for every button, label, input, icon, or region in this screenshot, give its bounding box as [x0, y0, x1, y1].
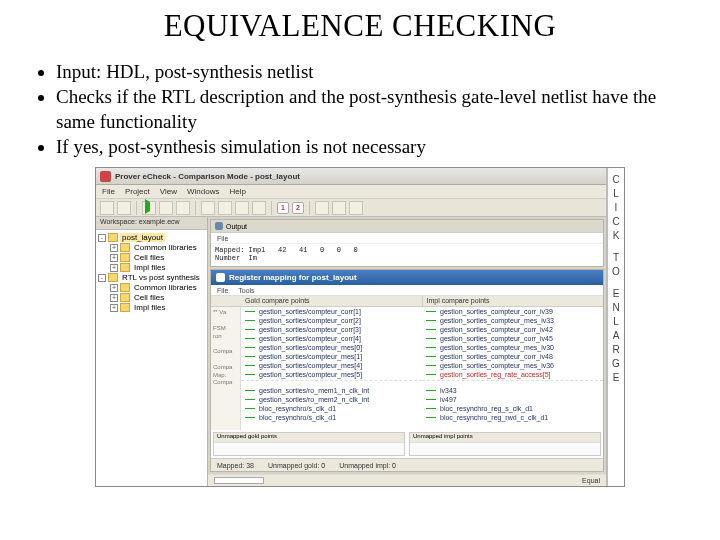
tree-label: Common libraries [132, 283, 199, 292]
toolbar-badge-2[interactable]: 2 [292, 202, 304, 214]
column-gold[interactable]: Gold compare points [241, 296, 423, 306]
row-text: bloc_resynchro/s_clk_d1 [259, 405, 336, 412]
tree-item[interactable]: +Impl files [98, 263, 205, 273]
expand-icon[interactable]: + [110, 294, 118, 302]
expand-icon[interactable]: + [110, 284, 118, 292]
workspace-sidebar: Workspace: example.ecw -post_layout +Com… [96, 217, 208, 486]
mapping-row[interactable]: gestion_sorties/compteur_corr[1] [241, 307, 422, 316]
mapping-row[interactable]: iv497 [422, 395, 603, 404]
match-indicator-icon [245, 390, 255, 391]
mapping-row[interactable]: gestion_sorties_compteur_corr_iv45 [422, 334, 603, 343]
tree-item[interactable]: +Cell files [98, 293, 205, 303]
toolbar-save-icon[interactable] [117, 201, 131, 215]
expand-icon[interactable]: + [110, 304, 118, 312]
menu-view[interactable]: View [160, 187, 177, 196]
register-menu-tools[interactable]: Tools [238, 287, 254, 294]
register-menu-file[interactable]: File [217, 287, 228, 294]
status-unmapped-impl: Unmapped impl: 0 [339, 462, 396, 469]
toolbar-pause-icon[interactable] [159, 201, 173, 215]
expand-icon[interactable]: + [110, 264, 118, 272]
toolbar-open-icon[interactable] [100, 201, 114, 215]
status-unmapped-gold: Unmapped gold: 0 [268, 462, 325, 469]
expand-icon[interactable]: + [110, 244, 118, 252]
tree-item[interactable]: +Cell files [98, 253, 205, 263]
match-indicator-icon [245, 417, 255, 418]
mapping-row[interactable]: gestion_sorties/ro_mem1_n_clk_int [241, 386, 422, 395]
row-text: gestion_sorties/compteur_mes[1] [259, 353, 362, 360]
tree-root[interactable]: -post_layout [98, 233, 205, 243]
row-text: gestion_sorties/compteur_corr[3] [259, 326, 361, 333]
mapping-row[interactable]: gestion_sorties/compteur_corr[4] [241, 334, 422, 343]
match-indicator-icon [426, 311, 436, 312]
tree-item[interactable]: +Impl files [98, 303, 205, 313]
tree-item[interactable]: +Common libraries [98, 243, 205, 253]
mapping-row[interactable]: bloc_resynchro/s_clk_d1 [241, 404, 422, 413]
toolbar-separator [271, 201, 272, 215]
toolbar-step2-icon[interactable] [218, 201, 232, 215]
mapping-row[interactable]: gestion_sorties/compteur_mes[1] [241, 352, 422, 361]
mapping-row[interactable]: gestion_sorties/compteur_mes[4] [241, 361, 422, 370]
mapping-row[interactable]: gestion_sorties/compteur_mes[0] [241, 343, 422, 352]
row-text: iv497 [440, 396, 457, 403]
bullet-item: Input: HDL, post-synthesis netlist [56, 60, 690, 84]
mapping-row[interactable]: gestion_sorties/ro_mem2_n_clk_int [241, 395, 422, 404]
match-indicator-icon [426, 374, 436, 375]
tree-item[interactable]: +Common libraries [98, 283, 205, 293]
click-to-enlarge-label[interactable]: CLICKTOENLARGE [606, 168, 624, 486]
toolbar-badge-1[interactable]: 1 [277, 202, 289, 214]
toolbar-step3-icon[interactable] [235, 201, 249, 215]
tree-label: Impl files [132, 263, 168, 272]
toolbar-view2-icon[interactable] [332, 201, 346, 215]
status-equal: Equal [582, 477, 600, 484]
mapping-row[interactable]: gestion_sorties_compteur_mes_iv36 [422, 361, 603, 370]
output-line: Number Im [215, 254, 599, 262]
toolbar-step1-icon[interactable] [201, 201, 215, 215]
enlarge-letter: R [612, 344, 619, 356]
toolbar-view3-icon[interactable] [349, 201, 363, 215]
toolbar-run-button[interactable] [142, 201, 156, 215]
expand-icon[interactable]: + [110, 254, 118, 262]
mapping-row[interactable]: gestion_sorties/compteur_corr[2] [241, 316, 422, 325]
output-panel: Output File Mapped: Impl 42 41 0 0 0 Num… [210, 219, 604, 267]
output-icon [215, 222, 223, 230]
mapping-row[interactable]: gestion_sorties_compteur_corr_iv42 [422, 325, 603, 334]
mapping-row[interactable]: gestion_sorties_compteur_corr_iv39 [422, 307, 603, 316]
tree-label: Cell files [132, 293, 166, 302]
register-title: Register mapping for post_layout [229, 273, 357, 282]
enlarge-letter: L [613, 188, 619, 200]
output-menu-file[interactable]: File [217, 235, 228, 242]
toolbar: 1 2 [96, 199, 606, 217]
column-impl[interactable]: Impl compare points [423, 296, 604, 306]
menu-help[interactable]: Help [229, 187, 245, 196]
mapping-row[interactable]: gestion_sorties_compteur_mes_iv30 [422, 343, 603, 352]
row-text: gestion_sorties/compteur_corr[1] [259, 308, 361, 315]
match-indicator-icon [245, 320, 255, 321]
mapping-row[interactable]: bloc_resynchro/s_clk_d1 [241, 413, 422, 422]
unmapped-gold-panel: Unmapped gold points [213, 432, 405, 456]
toolbar-view1-icon[interactable] [315, 201, 329, 215]
tree-label: post_layout [120, 233, 165, 242]
match-indicator-icon [426, 329, 436, 330]
menu-project[interactable]: Project [125, 187, 150, 196]
mapping-row[interactable]: gestion_sorties_compteur_mes_iv33 [422, 316, 603, 325]
menu-windows[interactable]: Windows [187, 187, 219, 196]
toolbar-step4-icon[interactable] [252, 201, 266, 215]
collapse-icon[interactable]: - [98, 234, 106, 242]
progress-bar [214, 477, 264, 484]
mapping-row[interactable]: iv343 [422, 386, 603, 395]
gutter-label: Compa [213, 379, 238, 387]
menu-file[interactable]: File [102, 187, 115, 196]
row-text: gestion_sorties/compteur_corr[2] [259, 317, 361, 324]
mapping-row[interactable]: gestion_sorties_compteur_corr_iv48 [422, 352, 603, 361]
match-indicator-icon [245, 347, 255, 348]
mapping-row[interactable]: gestion_sorties/compteur_mes[5] [241, 370, 422, 379]
bullet-item: Checks if the RTL description and the po… [56, 85, 690, 134]
collapse-icon[interactable]: - [98, 274, 106, 282]
mapping-row[interactable]: gestion_sorties_reg_rate_access[5] [422, 370, 603, 379]
mapping-row[interactable]: bloc_resynchro_reg_s_clk_d1 [422, 404, 603, 413]
row-text: bloc_resynchro_reg_rwd_c_clk_d1 [440, 414, 548, 421]
mapping-row[interactable]: gestion_sorties/compteur_corr[3] [241, 325, 422, 334]
tree-group[interactable]: -RTL vs post synthesis [98, 273, 205, 283]
toolbar-stop-button[interactable] [176, 201, 190, 215]
mapping-row[interactable]: bloc_resynchro_reg_rwd_c_clk_d1 [422, 413, 603, 422]
